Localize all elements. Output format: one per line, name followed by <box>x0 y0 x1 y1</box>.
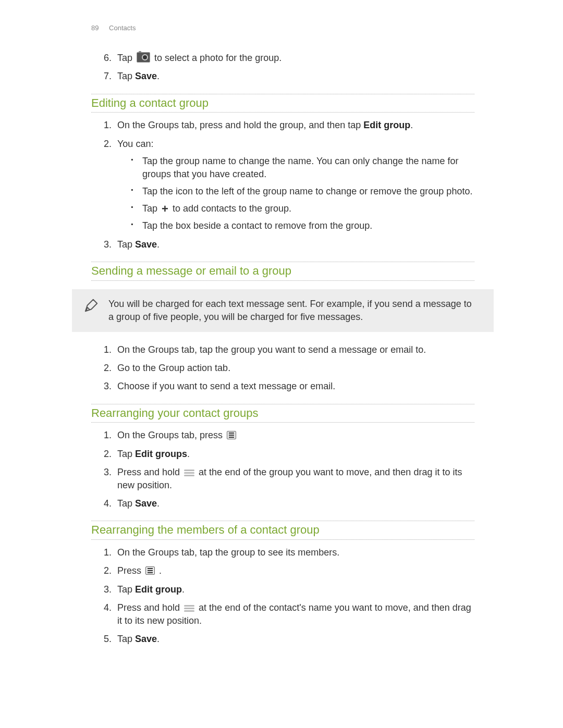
section-title-sending: Sending a message or email to a group <box>91 262 474 281</box>
rm-step-1: On the Groups tab, tap the group to see … <box>114 546 474 559</box>
note-text: You will be charged for each text messag… <box>108 299 472 322</box>
document-page: 89 Contacts Tap to select a photo for th… <box>0 0 563 728</box>
drag-handle-icon <box>184 604 194 612</box>
drag-handle-icon <box>184 469 194 476</box>
camera-icon <box>137 52 150 63</box>
rg-step-3: Press and hold at the end of the group y… <box>114 466 474 492</box>
menu-icon <box>227 431 236 439</box>
top-steps-list: Tap to select a photo for the group. Tap… <box>91 52 474 83</box>
send-step-3: Choose if you want to send a text messag… <box>114 380 474 393</box>
edit-bullet-1: Tap the group name to change the name. Y… <box>140 155 474 181</box>
edit-step-3: Tap Save. <box>114 238 474 251</box>
rg-step-4: Tap Save. <box>114 497 474 510</box>
edit-bullet-2: Tap the icon to the left of the group na… <box>140 185 474 198</box>
rm-step-2: Press . <box>114 564 474 577</box>
edit-bullet-3: Tap + to add contacts to the group. <box>140 202 474 215</box>
edit-step-2: You can: Tap the group name to change th… <box>114 138 474 233</box>
menu-icon <box>145 566 155 575</box>
edit-bullet-4: Tap the box beside a contact to remove f… <box>140 219 474 232</box>
rg-step-1: On the Groups tab, press <box>114 429 474 442</box>
editing-steps: On the Groups tab, press and hold the gr… <box>91 119 474 251</box>
chapter-name: Contacts <box>109 24 136 32</box>
section-title-editing: Editing a contact group <box>91 94 474 113</box>
edit-bullets: Tap the group name to change the name. Y… <box>117 155 474 233</box>
note-box: You will be charged for each text messag… <box>72 289 494 332</box>
step-7: Tap Save. <box>114 70 474 83</box>
step-6: Tap to select a photo for the group. <box>114 52 474 65</box>
page-number: 89 <box>91 24 99 32</box>
rearrange-members-steps: On the Groups tab, tap the group to see … <box>91 546 474 646</box>
sending-steps: On the Groups tab, tap the group you wan… <box>91 343 474 393</box>
rm-step-5: Tap Save. <box>114 633 474 646</box>
section-title-rearrange-groups: Rearranging your contact groups <box>91 404 474 423</box>
section-title-rearrange-members: Rearranging the members of a contact gro… <box>91 521 474 540</box>
send-step-2: Go to the Group action tab. <box>114 362 474 375</box>
page-header: 89 Contacts <box>91 23 474 33</box>
rg-step-2: Tap Edit groups. <box>114 448 474 461</box>
rm-step-3: Tap Edit group. <box>114 583 474 596</box>
plus-icon: + <box>162 203 168 215</box>
edit-step-1: On the Groups tab, press and hold the gr… <box>114 119 474 132</box>
send-step-1: On the Groups tab, tap the group you wan… <box>114 343 474 356</box>
pencil-icon <box>83 298 99 317</box>
rm-step-4: Press and hold at the end of the contact… <box>114 601 474 627</box>
rearrange-groups-steps: On the Groups tab, press Tap Edit groups… <box>91 429 474 510</box>
